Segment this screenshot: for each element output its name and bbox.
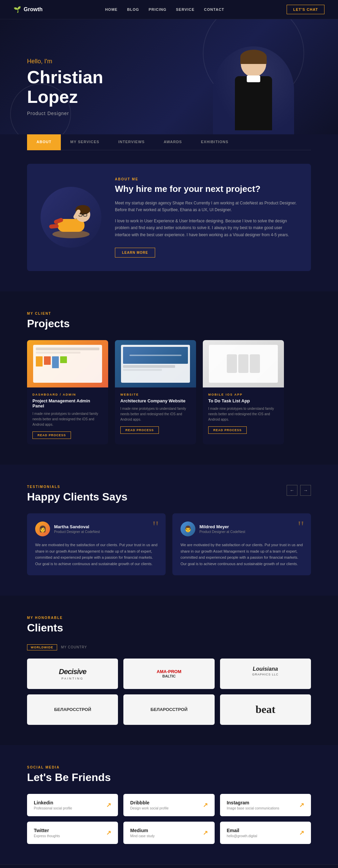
svg-text:AMA-PROM: AMA-PROM: [157, 669, 182, 674]
project-card-0: DASHBOARD / ADMIN Project Management Adm…: [27, 340, 108, 444]
beros2-svg: БЕЛАРОССТРОЙ: [149, 702, 189, 716]
logo-icon: 🌱: [14, 6, 21, 13]
quote-icon-0: ": [152, 519, 159, 535]
project-img-1: [115, 340, 196, 387]
tab-exhibitions[interactable]: EXHIBITIONS: [191, 134, 238, 150]
social-desc-instagram: Image base social communications: [227, 806, 280, 810]
quote-icon-1: ": [297, 519, 304, 535]
nav-service[interactable]: SERVICE: [176, 7, 195, 12]
project-screen-1: [121, 345, 190, 383]
social-arrow-dribbble: ↗: [203, 801, 208, 809]
project-cta-0[interactable]: READ PROCESS: [32, 431, 71, 439]
clients-filter: WORLDWIDE MY COUNTRY: [27, 644, 311, 650]
projects-grid: DASHBOARD / ADMIN Project Management Adm…: [27, 340, 311, 444]
about-text-area: ABOUT ME Why hire me for your next proje…: [115, 177, 297, 258]
clients-title: Clients: [27, 622, 311, 634]
nav-home[interactable]: HOME: [105, 7, 118, 12]
social-arrow-email: ↗: [299, 829, 304, 837]
social-card-email[interactable]: Email hello@growth.digital ↗: [220, 822, 311, 844]
social-desc-linkedin: Professional social profile: [34, 806, 72, 810]
client-logo-4: БЕЛАРОССТРОЙ: [149, 702, 189, 717]
beros1-svg: БЕЛАРОССТРОЙ: [52, 702, 93, 716]
about-heading: Why hire me for your next project?: [115, 184, 297, 194]
project-cat-0: DASHBOARD / ADMIN: [32, 393, 103, 396]
client-card-3: БЕЛАРОССТРОЙ: [27, 694, 118, 725]
svg-text:BALTIC: BALTIC: [162, 674, 176, 678]
tab-awards[interactable]: AWARDS: [154, 134, 191, 150]
social-info-medium: Medium Mind case study: [130, 828, 154, 838]
hero-image: [196, 40, 311, 134]
projects-section: MY CLIENT Projects: [0, 291, 338, 465]
project-desc-0: I made nine prototypes to understand fam…: [32, 411, 103, 427]
tab-services[interactable]: MY SERVICES: [61, 134, 109, 150]
social-name-dribbble: Dribbble: [130, 800, 168, 805]
author-name-0: Martha Sandoval: [54, 524, 100, 529]
social-info-twitter: Twitter Express thoughts: [34, 828, 60, 838]
social-info-email: Email hello@growth.digital: [227, 828, 257, 838]
testimonial-author-1: 👨 Mildred Meyer Product Designer at Code…: [180, 521, 303, 536]
client-card-0: Decisive PAINTING: [27, 659, 118, 689]
tabs-section: ABOUT MY SERVICES INTERVIEWS AWARDS EXHI…: [0, 134, 338, 150]
hero-content: Hello, I'm Christian Lopez Product Desig…: [27, 58, 103, 116]
project-cat-2: MOBILE IOS APP: [208, 393, 279, 396]
hero-name: Christian Lopez: [27, 68, 103, 106]
about-illustration: [41, 187, 101, 248]
testimonials-prev-button[interactable]: ←: [287, 485, 297, 496]
client-logo-2: Louisiana GRAPHICS LLC: [247, 665, 284, 682]
svg-text:БЕЛАРОССТРОЙ: БЕЛАРОССТРОЙ: [54, 707, 91, 712]
social-card-instagram[interactable]: Instagram Image base social communicatio…: [220, 794, 311, 816]
project-img-0: [27, 340, 108, 387]
author-avatar-0: 👩: [35, 521, 50, 536]
social-name-linkedin: Linkedin: [34, 800, 72, 805]
project-screen-0: [33, 345, 102, 383]
social-info-dribbble: Dribbble Design work social profile: [130, 800, 168, 810]
tab-about[interactable]: ABOUT: [27, 134, 61, 150]
tab-interviews[interactable]: INTERVIEWS: [109, 134, 154, 150]
social-title: Let's Be Friends: [27, 771, 311, 784]
testimonials-next-button[interactable]: →: [300, 485, 311, 496]
nav-pricing[interactable]: PRICING: [149, 7, 167, 12]
testimonials-section: TESTIMONIALS Happy Clients Says ← → " 👩 …: [0, 465, 338, 596]
client-card-1: AMA-PROM BALTIC: [123, 659, 214, 689]
nav-cta-button[interactable]: LET'S CHAT: [287, 5, 324, 14]
project-cat-1: WEBSITE: [120, 393, 191, 396]
social-desc-dribbble: Design work social profile: [130, 806, 168, 810]
client-card-4: БЕЛАРОССТРОЙ: [123, 694, 214, 725]
project-name-1: Architecture Company Website: [120, 398, 191, 403]
author-avatar-1: 👨: [180, 521, 195, 536]
amaprom-svg: AMA-PROM BALTIC: [152, 666, 186, 680]
author-info-0: Martha Sandoval Product Designer at Code…: [54, 524, 100, 534]
clients-grid: Decisive PAINTING AMA-PROM BALTIC Louisi…: [27, 659, 311, 725]
social-card-linkedin[interactable]: Linkedin Professional social profile ↗: [27, 794, 118, 816]
social-arrow-instagram: ↗: [299, 801, 304, 809]
hero-title: Product Designer: [27, 111, 103, 116]
testimonials-header: TESTIMONIALS Happy Clients Says ← →: [27, 485, 311, 503]
project-body-1: WEBSITE Architecture Company Website I m…: [115, 387, 196, 439]
project-name-0: Project Management Admin Panel: [32, 398, 103, 408]
logo: 🌱 Growth: [14, 6, 43, 13]
nav-blog[interactable]: BLOG: [127, 7, 139, 12]
project-body-0: DASHBOARD / ADMIN Project Management Adm…: [27, 387, 108, 444]
social-card-medium[interactable]: Medium Mind case study ↗: [123, 822, 214, 844]
nav-contact[interactable]: CONTACT: [204, 7, 224, 12]
tabs-bar: ABOUT MY SERVICES INTERVIEWS AWARDS EXHI…: [27, 134, 311, 150]
client-logo-3: БЕЛАРОССТРОЙ: [52, 702, 93, 717]
testimonial-text-0: We are motivated by the satisfaction of …: [35, 542, 158, 567]
social-card-twitter[interactable]: Twitter Express thoughts ↗: [27, 822, 118, 844]
hero-section: Hello, I'm Christian Lopez Product Desig…: [0, 19, 338, 134]
project-desc-1: I made nine prototypes to understand fam…: [120, 406, 191, 422]
filter-worldwide-button[interactable]: WORLDWIDE: [27, 644, 57, 650]
project-cta-2[interactable]: READ PROCESS: [208, 426, 247, 434]
testimonial-text-1: We are motivated by the satisfaction of …: [180, 542, 303, 567]
navbar: 🌱 Growth HOME BLOG PRICING SERVICE CONTA…: [0, 0, 338, 19]
learn-more-button[interactable]: LEARN MORE: [115, 248, 155, 258]
social-card-dribbble[interactable]: Dribbble Design work social profile ↗: [123, 794, 214, 816]
project-card-1: WEBSITE Architecture Company Website I m…: [115, 340, 196, 444]
project-cta-1[interactable]: READ PROCESS: [120, 426, 159, 434]
social-desc-email: hello@growth.digital: [227, 834, 257, 838]
svg-text:БЕЛАРОССТРОЙ: БЕЛАРОССТРОЙ: [150, 707, 187, 712]
social-desc-twitter: Express thoughts: [34, 834, 60, 838]
nav-links: HOME BLOG PRICING SERVICE CONTACT: [105, 7, 224, 12]
footer: 🌱 Growth Let's Talk? LET'S CHAT ABOUT WO…: [0, 864, 338, 868]
clients-section: MY HONORABLE Clients WORLDWIDE MY COUNTR…: [0, 596, 338, 745]
